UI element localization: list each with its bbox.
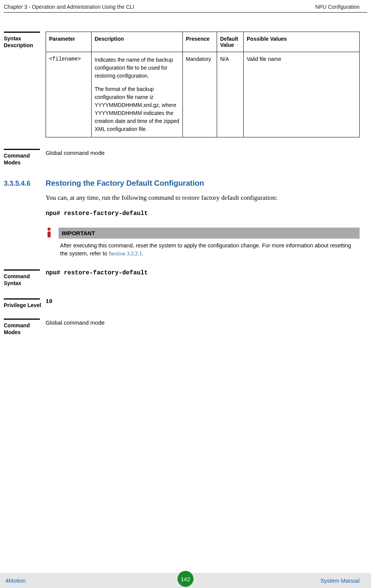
- header-left: Chapter 3 - Operation and Administration…: [4, 4, 134, 10]
- cell-description: Indicates the name of the backup configu…: [92, 52, 183, 137]
- footer-right: System Manual: [320, 577, 360, 584]
- page-number: 142: [181, 576, 190, 582]
- col-parameter: Parameter: [46, 32, 92, 52]
- cell-parameter: <filename>: [46, 52, 92, 137]
- section-rule: [4, 149, 40, 150]
- header-right: NPU Configuration: [315, 4, 360, 10]
- important-link[interactable]: Section 3.2.2.1: [109, 250, 142, 257]
- table-row: <filename> Indicates the name of the bac…: [46, 52, 360, 137]
- syntax-description-table: Parameter Description Presence Default V…: [46, 32, 360, 137]
- command-syntax-label: Command Syntax: [4, 273, 43, 287]
- footer: 4Motion 142 System Manual: [0, 573, 371, 588]
- command-syntax-value: npu# restore-factory-default: [46, 269, 360, 276]
- important-text-before: After executing this command, reset the …: [60, 242, 351, 257]
- section-rule: [4, 269, 40, 271]
- section-number: 3.3.5.4.6: [4, 180, 46, 188]
- section-rule: [4, 298, 40, 300]
- cell-default-value: N/A: [217, 52, 244, 137]
- col-possible-values: Possible Values: [244, 32, 360, 52]
- command-modes-label-2: Command Modes: [4, 322, 43, 336]
- important-icon: [46, 228, 59, 240]
- command-modes-value: Global command mode: [46, 149, 360, 156]
- col-description: Description: [92, 32, 183, 52]
- important-box: IMPORTANT After executing this command, …: [46, 228, 360, 258]
- command-modes-label: Command Modes: [4, 152, 43, 166]
- section-rule: [4, 319, 40, 320]
- col-default-value: Default Value: [217, 32, 244, 52]
- important-text-after: .: [142, 250, 143, 257]
- section-rule: [4, 32, 40, 33]
- desc-p2: The format of the backup configuration f…: [95, 85, 179, 133]
- svg-point-0: [48, 228, 51, 231]
- col-presence: Presence: [183, 32, 217, 52]
- important-text: After executing this command, reset the …: [59, 239, 360, 258]
- privilege-level-label: Privilege Level: [4, 302, 43, 309]
- cell-possible-values: Valid file name: [244, 52, 360, 137]
- svg-rect-1: [48, 231, 51, 237]
- important-label: IMPORTANT: [59, 228, 360, 239]
- footer-left: 4Motion: [5, 577, 25, 584]
- page-number-pill: 142: [178, 571, 193, 587]
- section-paragraph: You can, at any time, run the following …: [46, 193, 360, 203]
- section-command: npu# restore-factory-default: [46, 210, 360, 217]
- privilege-level-value: 10: [46, 298, 360, 305]
- cell-presence: Mandatory: [183, 52, 217, 137]
- table-header-row: Parameter Description Presence Default V…: [46, 32, 360, 52]
- desc-p1: Indicates the name of the backup configu…: [95, 56, 179, 80]
- syntax-description-label: Syntax Description: [4, 35, 43, 49]
- section-title: Restoring the Factory Default Configurat…: [46, 179, 204, 188]
- command-modes-value-2: Global command mode: [46, 319, 360, 326]
